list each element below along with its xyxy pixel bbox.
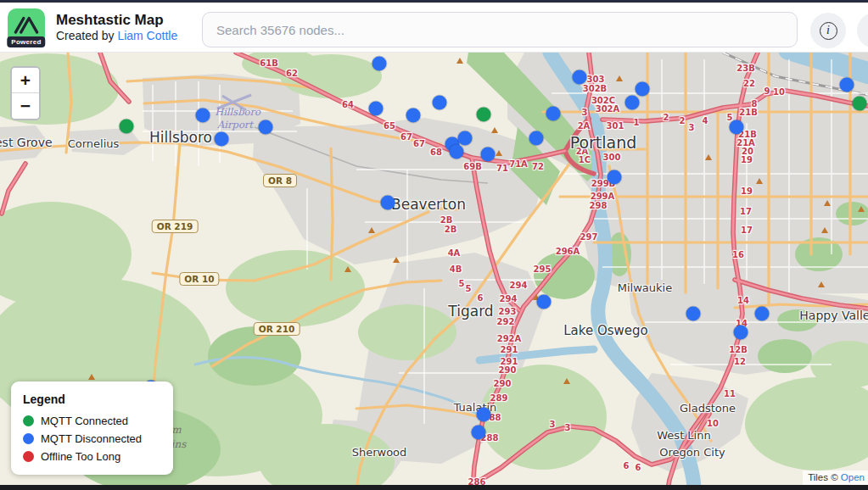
- airport-label: Airport: [217, 119, 253, 131]
- node-marker-disconnected[interactable]: [636, 82, 650, 97]
- node-marker-disconnected[interactable]: [529, 131, 544, 146]
- window-top-strip: [0, 0, 868, 3]
- city-label-lake-oswego: Lake Oswego: [563, 323, 648, 338]
- exit-number-label: 3: [582, 108, 588, 117]
- city-label-forest-grove: Forest Grove: [0, 136, 53, 149]
- exit-number-label: 12: [734, 357, 746, 366]
- legend-item-connected: MQTT Connected: [23, 415, 161, 427]
- exit-number-label: 67: [413, 139, 425, 148]
- node-marker-disconnected[interactable]: [546, 107, 561, 121]
- node-marker-disconnected[interactable]: [686, 307, 701, 321]
- osm-attribution-link[interactable]: Open: [841, 472, 865, 482]
- node-marker-disconnected[interactable]: [472, 426, 486, 440]
- node-marker-disconnected[interactable]: [608, 170, 622, 185]
- node-marker-disconnected[interactable]: [840, 78, 854, 92]
- city-label-portland: Portland: [570, 133, 637, 152]
- exit-number-label: 296A: [556, 247, 580, 256]
- exit-number-label: 17: [740, 207, 752, 216]
- exit-number-label: 4: [703, 116, 708, 125]
- city-label-sherwood: Sherwood: [352, 446, 407, 459]
- exit-number-label: 3: [689, 123, 695, 132]
- exit-number-label: 2B: [445, 225, 457, 234]
- legend-item-label: MQTT Disconnected: [41, 432, 142, 445]
- meshtastic-map-app: Powered Meshtastic Map Created by Liam C…: [0, 0, 868, 490]
- node-marker-disconnected[interactable]: [196, 109, 210, 123]
- exit-number-label: 294: [500, 294, 518, 303]
- city-label-west-linn: West Linn: [657, 429, 710, 442]
- exit-number-label: 290: [494, 379, 512, 388]
- exit-number-label: 2: [664, 113, 669, 122]
- route-badge-or-10: OR 10: [179, 272, 219, 286]
- mobile-app-button[interactable]: [857, 13, 868, 48]
- node-marker-disconnected[interactable]: [730, 120, 744, 135]
- node-marker-disconnected[interactable]: [259, 120, 273, 135]
- node-marker-disconnected[interactable]: [372, 57, 387, 71]
- exit-number-label: 11: [724, 389, 736, 398]
- exit-number-label: 302B: [583, 84, 608, 93]
- title-block: Meshtastic Map Created by Liam Cottle: [56, 11, 177, 44]
- zoom-control: + −: [10, 66, 41, 120]
- exit-number-label: 72: [532, 162, 544, 171]
- exit-number-label: 71A: [509, 159, 528, 169]
- node-marker-connected[interactable]: [477, 108, 491, 122]
- city-label-tigard: Tigard: [448, 303, 493, 320]
- search-input[interactable]: [202, 12, 798, 47]
- exit-number-label: 5: [459, 279, 465, 288]
- exit-number-label: 4A: [448, 248, 461, 258]
- exit-number-label: 298: [590, 201, 608, 210]
- attribution-prefix: Tiles ©: [808, 472, 841, 482]
- node-marker-disconnected[interactable]: [481, 148, 496, 162]
- node-marker-disconnected[interactable]: [625, 96, 640, 110]
- info-button[interactable]: i: [810, 13, 846, 48]
- exit-number-label: 303: [587, 75, 605, 84]
- exit-number-label: 21B: [739, 108, 758, 117]
- node-marker-disconnected[interactable]: [755, 307, 770, 321]
- node-marker-disconnected[interactable]: [458, 131, 473, 146]
- exit-number-label: 19: [741, 187, 753, 196]
- node-marker-disconnected[interactable]: [734, 326, 748, 340]
- node-marker-disconnected[interactable]: [381, 196, 395, 210]
- node-marker-disconnected[interactable]: [477, 408, 491, 422]
- city-label-milwaukie: Milwaukie: [618, 281, 672, 294]
- node-marker-connected[interactable]: [120, 120, 134, 134]
- exit-number-label: 22: [743, 79, 755, 88]
- node-marker-connected[interactable]: [853, 97, 867, 111]
- exit-number-label: 67: [400, 132, 412, 142]
- red-dot-icon: [23, 451, 34, 462]
- exit-number-label: 17: [741, 226, 753, 235]
- exit-number-label: 290: [499, 365, 517, 375]
- exit-number-label: 3: [565, 423, 571, 432]
- node-marker-disconnected[interactable]: [433, 96, 447, 110]
- exit-number-label: 1: [634, 118, 640, 127]
- liam-cottle-link[interactable]: Liam Cottle: [117, 29, 177, 42]
- node-marker-disconnected[interactable]: [450, 145, 464, 159]
- route-badge-or-219: OR 219: [152, 220, 199, 233]
- green-dot-icon: [23, 415, 34, 426]
- node-marker-disconnected[interactable]: [573, 70, 587, 85]
- node-marker-disconnected[interactable]: [215, 132, 229, 147]
- zoom-out-button[interactable]: −: [12, 93, 39, 119]
- legend-item-disconnected: MQTT Disconnected: [23, 432, 161, 445]
- exit-number-label: 3: [550, 420, 556, 429]
- node-marker-disconnected[interactable]: [537, 295, 552, 309]
- airport-label: Hillsboro: [215, 106, 260, 118]
- exit-number-label: 295: [534, 264, 552, 274]
- exit-number-label: 23B: [736, 64, 755, 73]
- exit-number-label: 14: [737, 296, 749, 305]
- zoom-in-button[interactable]: +: [12, 68, 39, 93]
- legend-panel: Legend MQTT Connected MQTT Disconnected …: [11, 381, 173, 475]
- exit-number-label: 65: [384, 121, 395, 131]
- info-icon: i: [820, 22, 837, 40]
- node-marker-disconnected[interactable]: [369, 102, 384, 116]
- city-label-cornelius: Cornelius: [68, 137, 120, 150]
- exit-number-label: 299A: [591, 192, 615, 201]
- exit-number-label: 4B: [450, 264, 462, 274]
- exit-number-label: 5: [466, 284, 472, 293]
- exit-number-label: 2B: [440, 215, 453, 225]
- window-bottom-strip: [0, 485, 868, 490]
- blue-dot-icon: [23, 433, 34, 444]
- tile-attribution: Tiles © Open: [803, 471, 868, 485]
- node-marker-disconnected[interactable]: [406, 109, 421, 123]
- exit-number-label: 19: [741, 155, 753, 164]
- map-canvas[interactable]: 61B62646567676869B7171A722B2B4A4B5563002…: [0, 53, 868, 490]
